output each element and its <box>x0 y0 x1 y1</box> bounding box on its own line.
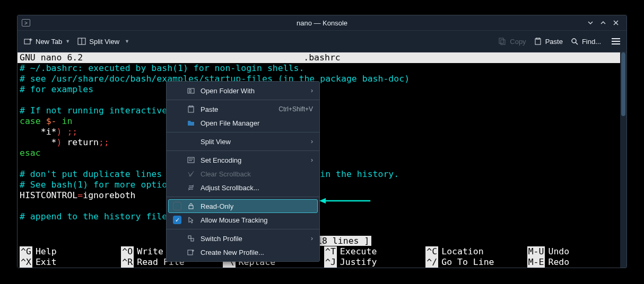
menu-separator <box>167 132 319 132</box>
keycap: ^/ <box>425 257 438 268</box>
menu-label: Open File Manager <box>201 119 313 127</box>
menu-open-folder-with[interactable]: Open Folder With › <box>167 84 319 97</box>
shortcut-label: Exit <box>36 257 57 268</box>
keycap: ^G <box>20 246 32 257</box>
menu-paste[interactable]: Paste Ctrl+Shift+V <box>167 102 319 116</box>
chevron-right-icon: › <box>311 138 313 145</box>
keycap: ^O <box>121 246 134 257</box>
toolbar: New Tab ▼ Split View ▼ Copy Paste <box>18 30 626 52</box>
svg-rect-3 <box>499 38 503 43</box>
keycap: ^X <box>20 257 32 268</box>
find-button[interactable]: Find... <box>570 37 601 46</box>
checkbox-checked[interactable]: ✓ <box>173 216 181 224</box>
copy-label: Copy <box>510 38 526 46</box>
svg-line-8 <box>576 42 578 45</box>
svg-rect-16 <box>188 236 191 238</box>
titlebar: > nano — Konsole <box>18 15 626 30</box>
keycap: ^C <box>425 246 438 257</box>
scrollbar-thumb[interactable] <box>621 52 625 116</box>
menu-separator <box>167 150 319 151</box>
find-label: Find... <box>582 38 601 46</box>
nano-shortcut: ^XExit <box>20 257 117 268</box>
lock-icon <box>187 202 195 210</box>
window-title: nano — Konsole <box>297 19 347 27</box>
shortcut-label: Execute <box>340 246 377 257</box>
keycap: ^J <box>324 257 337 268</box>
encoding-icon <box>187 156 195 164</box>
chevron-right-icon: › <box>311 156 313 164</box>
clear-icon <box>187 170 195 178</box>
svg-rect-4 <box>501 40 505 45</box>
menu-adjust-scrollback[interactable]: Adjust Scrollback... <box>167 181 319 194</box>
new-tab-label: New Tab <box>36 38 62 46</box>
cursor-icon <box>187 216 195 224</box>
menu-open-file-manager[interactable]: Open File Manager <box>167 116 319 130</box>
svg-rect-11 <box>188 106 194 112</box>
new-tab-button[interactable]: New Tab ▼ <box>24 37 70 46</box>
menu-label: Open Folder With <box>201 87 306 95</box>
shortcut-label: Location <box>441 246 483 257</box>
chevron-right-icon: › <box>311 87 313 94</box>
svg-rect-13 <box>188 157 194 163</box>
svg-rect-17 <box>191 238 194 241</box>
shortcut-label: Justify <box>340 257 377 268</box>
nano-shortcut: ^/Go To Line <box>425 257 523 268</box>
split-view-label: Split View <box>89 38 119 46</box>
split-view-button[interactable]: Split View ▼ <box>77 37 129 46</box>
nano-shortcut: ^CLocation <box>425 246 523 257</box>
svg-rect-18 <box>188 250 193 255</box>
profile-icon <box>187 234 195 243</box>
paste-label: Paste <box>545 38 563 46</box>
menu-create-new-profile[interactable]: Create New Profile... <box>167 245 319 259</box>
menu-label: Clear Scrollback <box>201 170 313 178</box>
svg-point-7 <box>572 39 576 43</box>
nano-shortcuts: ^GHelp^OWrite Out^WWhere Is^TExecute^CLo… <box>18 246 626 268</box>
menu-split-view[interactable]: Split View › <box>167 135 319 148</box>
nano-shortcut: M-UUndo <box>527 246 624 257</box>
menu-separator <box>167 197 319 197</box>
menu-separator <box>167 229 319 229</box>
svg-rect-10 <box>189 90 191 92</box>
nano-shortcut: ^JJustify <box>324 257 421 268</box>
nano-status: [ Read 118 lines ] <box>18 236 626 246</box>
nano-buffer: # ~/.bashrc: executed by bash(1) for non… <box>18 63 626 222</box>
hamburger-menu-button[interactable] <box>612 38 620 45</box>
keycap: ^T <box>324 246 337 257</box>
copy-icon <box>498 37 507 46</box>
menu-label: Read-Only <box>201 202 313 210</box>
adjust-icon <box>187 183 195 192</box>
menu-switch-profile[interactable]: Switch Profile › <box>167 232 319 245</box>
shortcut-label: Help <box>36 246 57 257</box>
svg-rect-15 <box>189 206 193 209</box>
new-tab-icon <box>24 37 32 46</box>
menu-read-only[interactable]: Read-Only <box>168 199 318 213</box>
search-icon <box>570 37 579 46</box>
konsole-window: > nano — Konsole New Tab ▼ <box>17 15 627 268</box>
terminal-view[interactable]: GNU nano 6.2 .bashrc # ~/.bashrc: execut… <box>18 52 626 268</box>
menu-allow-mouse-tracking[interactable]: ✓ Allow Mouse Tracking <box>167 213 319 227</box>
nano-shortcut: ^GHelp <box>20 246 117 257</box>
hamburger-icon <box>612 38 620 45</box>
nano-filename: .bashrc <box>303 52 341 63</box>
shortcut-label: Redo <box>548 257 569 268</box>
terminal-scrollbar[interactable] <box>620 52 626 268</box>
copy-button[interactable]: Copy <box>498 37 526 46</box>
menu-clear-scrollback: Clear Scrollback <box>167 167 319 181</box>
folder-icon <box>187 86 195 95</box>
chevron-down-icon: ▼ <box>125 39 129 44</box>
keycap: M-E <box>527 257 545 268</box>
menu-label: Split View <box>201 138 306 146</box>
close-button[interactable] <box>610 16 622 29</box>
minimize-button[interactable] <box>584 16 597 29</box>
clipboard-icon <box>187 105 195 113</box>
paste-button[interactable]: Paste <box>534 37 563 46</box>
menu-label: Adjust Scrollback... <box>201 184 313 192</box>
keycap: M-U <box>527 246 545 257</box>
checkbox-unchecked[interactable] <box>173 202 181 210</box>
nano-shortcut: M-ERedo <box>527 257 624 268</box>
menu-label: Create New Profile... <box>201 248 313 256</box>
maximize-button[interactable] <box>597 16 610 29</box>
menu-set-encoding[interactable]: Set Encoding › <box>167 153 319 167</box>
shortcut-label: Go To Line <box>441 257 494 268</box>
menu-separator <box>167 100 319 100</box>
